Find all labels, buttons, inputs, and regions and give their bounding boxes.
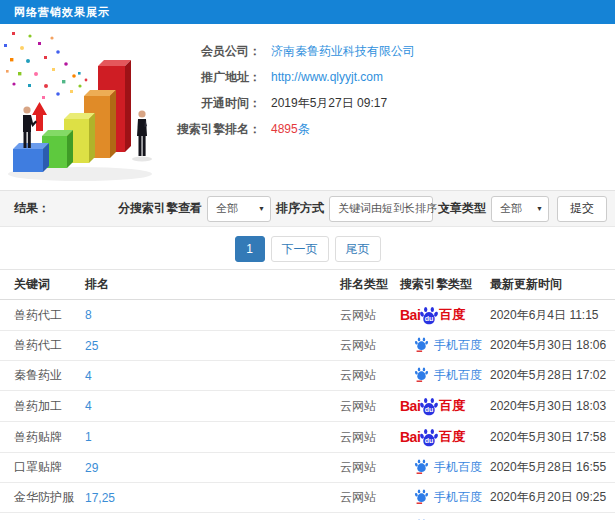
baidu-pc-logo: Bai du 百度 — [400, 305, 465, 325]
baidu-logo-cn: 百度 — [439, 397, 465, 415]
engine-filter-value: 全部 — [216, 201, 238, 216]
growth-chart-svg — [0, 28, 175, 188]
baidu-mobile-logo: 手机百度 — [414, 458, 482, 477]
chevron-down-icon: ▼ — [536, 205, 543, 212]
page-button-last[interactable]: 尾页 — [335, 236, 381, 262]
article-type-label: 文章类型 — [438, 200, 486, 217]
engine-cell: Bai du 百度 — [400, 300, 490, 331]
keyword-cell: 福建防护服 — [0, 513, 85, 520]
up-arrow-icon — [32, 102, 47, 131]
rank-type-cell: 云网站 — [340, 391, 400, 422]
engine-cell: 手机百度 — [400, 331, 490, 361]
keyword-cell: 秦鲁药业 — [0, 361, 85, 391]
rank-count: 4895 — [271, 122, 298, 136]
svg-text:du: du — [425, 437, 434, 445]
table-row: 秦鲁药业 4 云网站 手机百度 — [0, 361, 615, 391]
mobile-baidu-label: 手机百度 — [434, 367, 482, 384]
chevron-down-icon: ▼ — [258, 205, 265, 212]
mobile-baidu-paw-icon — [414, 366, 429, 385]
mobile-baidu-paw-icon — [414, 458, 429, 477]
rank-type-cell: 云网站 — [340, 453, 400, 483]
svg-text:du: du — [425, 315, 434, 323]
results-label: 结果： — [14, 200, 50, 217]
engine-rank-value: 4895条 — [271, 121, 310, 138]
rank-link[interactable]: 29 — [85, 461, 98, 475]
marketing-effect-page: 网络营销效果展示 — [0, 0, 615, 520]
table-row: 口罩贴牌 29 云网站 手机百 — [0, 453, 615, 483]
header-section: 会员公司： 济南秦鲁药业科技有限公司 推广地址： http://www.qlyy… — [0, 24, 615, 190]
baidu-mobile-logo: 手机百度 — [414, 336, 482, 355]
growth-chart-illustration — [0, 28, 175, 188]
article-type-select[interactable]: 全部 ▼ — [491, 196, 549, 222]
company-link[interactable]: 济南秦鲁药业科技有限公司 — [271, 43, 415, 60]
keyword-table-header: 关键词 排名 排名类型 搜索引擎类型 最新更新时间 — [0, 270, 615, 300]
baidu-paw-icon: du — [419, 427, 439, 447]
engine-rank-field: 搜索引擎排名： 4895条 — [175, 116, 615, 142]
table-row: 兽药代工 25 云网站 手机百 — [0, 331, 615, 361]
table-row: 兽药代工 8 云网站 Bai du — [0, 300, 615, 331]
keyword-cell: 兽药贴牌 — [0, 422, 85, 453]
updated-cell: 2020年6月4日 11:10 — [490, 513, 615, 520]
updated-cell: 2020年5月30日 18:06 — [490, 331, 615, 361]
baidu-pc-logo: Bai du 百度 — [400, 427, 465, 447]
rank-link[interactable]: 8 — [85, 308, 92, 322]
company-info-panel: 会员公司： 济南秦鲁药业科技有限公司 推广地址： http://www.qlyy… — [175, 28, 615, 190]
sort-filter-select[interactable]: 关键词由短到长排序 ▼ — [329, 196, 433, 222]
updated-cell: 2020年5月28日 17:02 — [490, 361, 615, 391]
rank-type-cell: 云网站 — [340, 300, 400, 331]
man-shadow — [132, 157, 152, 162]
rank-link[interactable]: 4 — [85, 369, 92, 383]
baidu-pc-logo: Bai du 百度 — [400, 396, 465, 416]
engine-filter-select[interactable]: 全部 ▼ — [207, 196, 271, 222]
businessman-right — [137, 110, 147, 156]
keyword-table-body: 兽药代工 8 云网站 Bai du — [0, 300, 615, 520]
page-title: 网络营销效果展示 — [14, 6, 110, 18]
table-row: 金华防护服 17,25 云网站 — [0, 483, 615, 513]
baidu-paw-icon: du — [419, 396, 439, 416]
updated-cell: 2020年6月4日 11:15 — [490, 300, 615, 331]
rank-link[interactable]: 1 — [85, 430, 92, 444]
pagination: 1 下一页 尾页 — [0, 227, 615, 267]
sort-filter-label: 排序方式 — [276, 200, 324, 217]
company-label: 会员公司： — [175, 43, 261, 60]
rank-link[interactable]: 25 — [85, 339, 98, 353]
rank-unit: 条 — [298, 122, 310, 136]
baidu-mobile-logo: 手机百度 — [414, 366, 482, 385]
page-button-next[interactable]: 下一页 — [271, 236, 329, 262]
mobile-baidu-label: 手机百度 — [434, 489, 482, 506]
open-time-field: 开通时间： 2019年5月27日 09:17 — [175, 90, 615, 116]
company-field: 会员公司： 济南秦鲁药业科技有限公司 — [175, 38, 615, 64]
page-button-current[interactable]: 1 — [235, 236, 265, 262]
engine-cell: 手机百度 — [400, 361, 490, 391]
keyword-cell: 兽药加工 — [0, 391, 85, 422]
table-row: 兽药贴牌 1 云网站 Bai du — [0, 422, 615, 453]
engine-rank-label: 搜索引擎排名： — [175, 121, 261, 138]
engine-cell: 手机百度 — [400, 483, 490, 513]
baidu-logo-bai: Bai — [400, 429, 420, 445]
submit-button[interactable]: 提交 — [557, 196, 607, 222]
keyword-cell: 兽药代工 — [0, 331, 85, 361]
promo-url-label: 推广地址： — [175, 69, 261, 86]
updated-cell: 2020年5月30日 18:03 — [490, 391, 615, 422]
engine-cell: 手机百度 — [400, 453, 490, 483]
titlebar: 网络营销效果展示 — [0, 0, 615, 24]
open-time-value: 2019年5月27日 09:17 — [271, 95, 387, 112]
baidu-mobile-logo: 手机百度 — [414, 488, 482, 507]
baidu-paw-icon: du — [419, 305, 439, 325]
promo-url-link[interactable]: http://www.qlyyjt.com — [271, 70, 383, 84]
table-row: 兽药加工 4 云网站 Bai du — [0, 391, 615, 422]
confetti-dots — [4, 32, 87, 99]
baidu-logo-cn: 百度 — [439, 306, 465, 324]
keyword-cell: 金华防护服 — [0, 483, 85, 513]
baidu-logo-bai: Bai — [400, 307, 420, 323]
keyword-cell: 口罩贴牌 — [0, 453, 85, 483]
table-row: 福建防护服 10 云网站 手机 — [0, 513, 615, 520]
bar-blue — [13, 143, 49, 172]
rank-link[interactable]: 4 — [85, 399, 92, 413]
mobile-baidu-label: 手机百度 — [434, 337, 482, 354]
col-header-rank: 排名 — [85, 270, 340, 300]
rank-link[interactable]: 17,25 — [85, 491, 115, 505]
rank-type-cell: 云网站 — [340, 331, 400, 361]
engine-cell: Bai du 百度 — [400, 422, 490, 453]
sort-filter-value: 关键词由短到长排序 — [338, 201, 437, 216]
